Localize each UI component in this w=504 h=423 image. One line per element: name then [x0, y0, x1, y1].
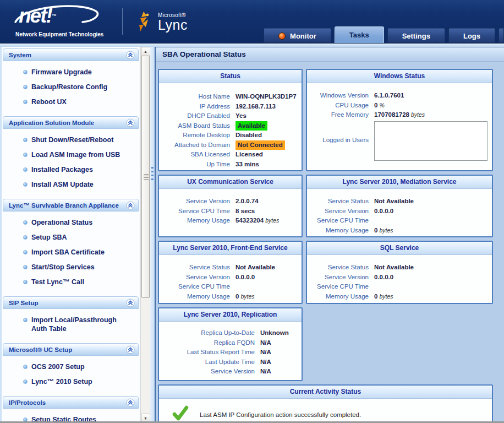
collapse-chevron-icon[interactable]	[126, 398, 135, 407]
main-content: SBA Operational Status StatusHost NameWI…	[156, 47, 504, 423]
bullet-icon	[23, 182, 28, 187]
tab-label: Settings	[402, 32, 430, 40]
value-unit: bytes	[377, 293, 393, 300]
net-logo-tagline: Network Equipment Technologies	[15, 31, 103, 37]
field-value: Not Available	[374, 263, 414, 272]
sidebar-item-shut-down-reset-reboot[interactable]: Shut Down/Reset/Reboot	[3, 135, 136, 144]
sidebar-item-label: Installed Packages	[31, 166, 93, 173]
sidebar-section-items: OCS 2007 SetupLync™ 2010 Setup	[3, 356, 139, 395]
tab-monitor[interactable]: Monitor	[264, 29, 331, 43]
value-unit: bytes	[264, 217, 279, 224]
sidebar-item-installed-packages[interactable]: Installed Packages	[3, 165, 136, 174]
net-logo-text: net!™	[19, 6, 56, 26]
sidebar-item-ocs-2007-setup[interactable]: OCS 2007 Setup	[3, 362, 136, 371]
panel-body-sql: Service StatusNot AvailableService Versi…	[307, 255, 492, 301]
field-value: 0bytes	[374, 292, 393, 301]
field-value: 8 secs	[235, 207, 255, 216]
field-label: Attached to Domain	[159, 140, 235, 150]
sidebar-item-import-local-passthrough-auth-table[interactable]: Import Local/Passthrough Auth Table	[3, 316, 136, 333]
value-unit: bytes	[377, 227, 393, 234]
field-row-service-cpu-time: Service CPU Time	[307, 282, 487, 291]
scroll-up-button[interactable]: ▲	[141, 47, 150, 56]
field-value: 0.0.0.0	[374, 207, 393, 216]
sidebar-section-header-microsoft-uc-setup[interactable]: Microsoft® UC Setup	[3, 343, 139, 356]
field-value: N/A	[260, 357, 271, 367]
success-check-icon	[172, 405, 189, 423]
field-value: 0bytes	[235, 292, 255, 301]
sidebar-section-items: Import Local/Passthrough Auth Table	[3, 309, 139, 342]
sidebar-section-header-ip-protocols[interactable]: IP/Protocols	[3, 396, 139, 409]
header-divider	[122, 8, 123, 35]
logged-in-users-listbox[interactable]	[374, 121, 487, 161]
collapse-chevron-icon[interactable]	[126, 118, 135, 127]
field-row-service-status: Service StatusNot Available	[159, 263, 297, 272]
collapse-chevron-icon[interactable]	[126, 299, 135, 307]
panel-title-replication: Lync Server 2010, Replication	[159, 308, 302, 322]
panel-title-frontend: Lync Server 2010, Front-End Service	[159, 242, 302, 255]
bullet-icon	[23, 85, 28, 89]
tab-logs[interactable]: Logs	[448, 29, 495, 43]
field-label: Memory Usage	[159, 292, 235, 301]
field-row-replica-fqdn: Replica FQDNN/A	[159, 338, 297, 348]
field-row-cpu-usage: CPU Usage0%	[307, 101, 487, 110]
field-value: Licensed	[235, 150, 263, 159]
sidebar-item-test-lync-call[interactable]: Test Lync™ Call	[3, 278, 136, 286]
partial-tab[interactable]	[498, 29, 504, 43]
sidebar-item-label: Lync™ 2010 Setup	[31, 378, 92, 386]
field-row-logged-in-users: Logged in Users	[307, 120, 487, 161]
bullet-icon	[23, 318, 28, 322]
field-row-service-cpu-time: Service CPU Time	[307, 216, 487, 225]
panel-body-replication: Replica Up-to-DateUnknownReplica FQDNN/A…	[159, 322, 302, 376]
field-value: Yes	[235, 111, 246, 121]
sidebar-item-setup-sba[interactable]: Setup SBA	[3, 233, 136, 242]
sidebar-section-title: Lync™ Survivable Branch Appliance	[9, 202, 119, 209]
sidebar-item-reboot-ux[interactable]: Reboot UX	[3, 97, 136, 106]
field-row-service-cpu-time: Service CPU Time8 secs	[159, 207, 297, 216]
field-label: Memory Usage	[307, 292, 374, 301]
sidebar-section-header-application-solution-module[interactable]: Application Solution Module	[3, 116, 139, 129]
sidebar-section-lync-survivable-branch-appliance: Lync™ Survivable Branch ApplianceOperati…	[3, 199, 139, 295]
value-unit: bytes	[239, 293, 254, 300]
field-value: N/A	[260, 367, 271, 376]
sidebar-item-firmware-upgrade[interactable]: Firmware Upgrade	[3, 68, 136, 77]
tab-bar: MonitorTasksSettingsLogs	[264, 26, 504, 43]
field-label: Service CPU Time	[307, 216, 374, 225]
field-value: Not Available	[374, 197, 414, 206]
pane-splitter[interactable]	[150, 47, 156, 423]
collapse-chevron-icon[interactable]	[126, 201, 135, 210]
sidebar-scrollbar[interactable]: ▲ ▼	[140, 47, 150, 423]
sidebar-item-install-asm-update[interactable]: Install ASM Update	[3, 180, 136, 189]
field-value: 33 mins	[235, 160, 259, 169]
sidebar-section-header-system[interactable]: System	[3, 48, 139, 61]
panel-windows: Windows StatusWindows Version6.1.0.7601C…	[306, 69, 493, 171]
content-area: SystemFirmware UpgradeBackup/Restore Con…	[0, 47, 504, 423]
sidebar-item-import-sba-certificate[interactable]: Import SBA Certificate	[3, 248, 136, 257]
tab-tasks[interactable]: Tasks	[335, 26, 384, 43]
sidebar-item-start-stop-services[interactable]: Start/Stop Services	[3, 263, 136, 272]
field-row-sba-licensed: SBA LicensedLicensed	[159, 150, 297, 159]
sidebar-section-header-lync-survivable-branch-appliance[interactable]: Lync™ Survivable Branch Appliance	[3, 199, 139, 212]
field-label: Replica FQDN	[159, 338, 260, 348]
panel-sql: SQL ServiceService StatusNot AvailableSe…	[306, 241, 493, 304]
panel-grid: StatusHost NameWIN-OQNPLK3D1P7IP Address…	[156, 62, 504, 423]
sidebar-item-label: Load ASM Image from USB	[31, 151, 120, 159]
sidebar-section-title: IP/Protocols	[9, 399, 46, 406]
sidebar-item-lync-2010-setup[interactable]: Lync™ 2010 Setup	[3, 377, 136, 386]
sidebar-section-header-sip-setup[interactable]: SIP Setup	[3, 296, 139, 309]
sidebar-item-load-asm-image-from-usb[interactable]: Load ASM Image from USB	[3, 150, 136, 159]
bullet-icon	[23, 220, 28, 225]
sidebar-item-operational-status[interactable]: Operational Status	[3, 218, 136, 227]
collapse-chevron-icon[interactable]	[126, 345, 135, 354]
field-label: Remote Desktop	[159, 131, 235, 140]
lync-logo: Microsoft® Lync	[135, 10, 188, 32]
app-window: net!™ Network Equipment Technologies Mic…	[0, 0, 504, 423]
tab-settings[interactable]: Settings	[387, 29, 445, 43]
panel-title-windows: Windows Status	[307, 70, 492, 83]
scrollbar-thumb[interactable]	[141, 56, 150, 298]
monitor-led-icon	[278, 32, 286, 40]
sidebar-item-backup-restore-config[interactable]: Backup/Restore Config	[3, 83, 136, 91]
collapse-chevron-icon[interactable]	[126, 51, 135, 59]
field-row-service-version: Service Version0.0.0.0	[307, 273, 487, 282]
sidebar-item-label: Backup/Restore Config	[31, 83, 107, 91]
page-title-bar: SBA Operational Status	[156, 47, 504, 62]
